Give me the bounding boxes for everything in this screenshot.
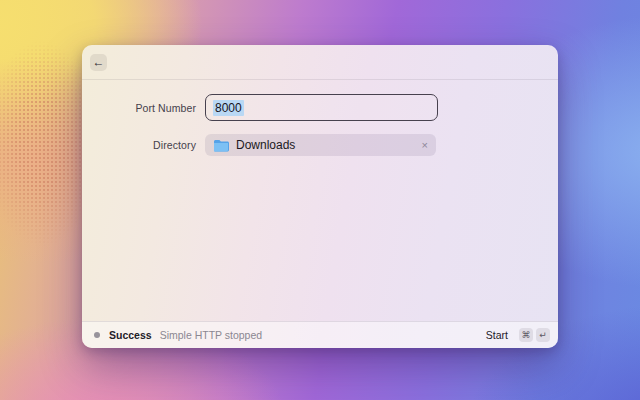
primary-action[interactable]: Start ⌘ ↵ bbox=[486, 328, 550, 342]
folder-icon bbox=[213, 139, 229, 152]
form: Port Number 8000 Directory Downloads × bbox=[82, 80, 558, 156]
return-key-icon: ↵ bbox=[536, 328, 550, 342]
primary-action-label: Start bbox=[486, 329, 508, 341]
port-number-row: Port Number 8000 bbox=[82, 94, 558, 121]
status-message: Simple HTTP stopped bbox=[160, 329, 263, 341]
back-arrow-icon: ← bbox=[93, 56, 105, 68]
remove-directory-icon[interactable]: × bbox=[422, 140, 428, 151]
directory-chip-name: Downloads bbox=[236, 138, 295, 152]
status-title: Success bbox=[109, 329, 152, 341]
directory-chip[interactable]: Downloads × bbox=[205, 134, 436, 156]
app-window: ← Port Number 8000 Directory Downloads × bbox=[82, 45, 558, 348]
window-header: ← bbox=[82, 45, 558, 80]
back-button[interactable]: ← bbox=[90, 54, 107, 71]
command-key-icon: ⌘ bbox=[519, 328, 533, 342]
directory-row: Directory Downloads × bbox=[82, 134, 558, 156]
status-dot-icon bbox=[94, 332, 100, 338]
port-number-input[interactable]: 8000 bbox=[205, 94, 438, 121]
port-number-label: Port Number bbox=[82, 102, 196, 114]
directory-label: Directory bbox=[82, 139, 196, 151]
port-number-value: 8000 bbox=[213, 100, 244, 116]
action-bar: Success Simple HTTP stopped Start ⌘ ↵ bbox=[82, 321, 558, 348]
